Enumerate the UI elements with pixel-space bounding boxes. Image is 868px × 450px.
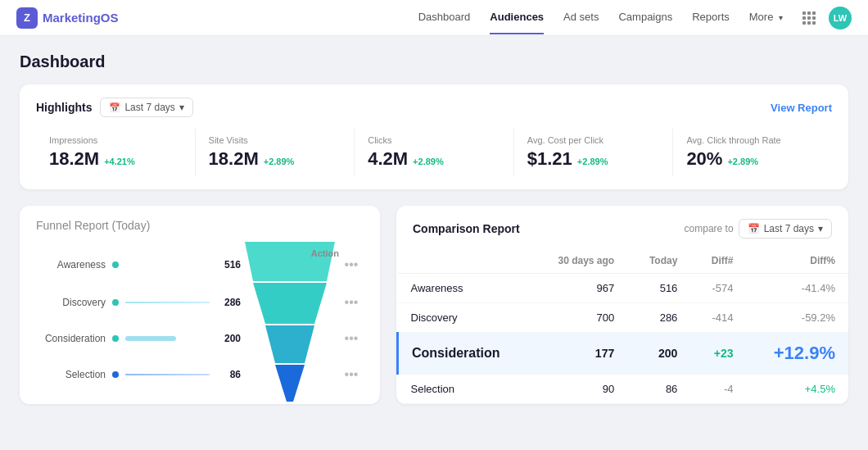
chevron-down-icon: ▾ (179, 102, 184, 113)
funnel-dot-selection (112, 371, 119, 378)
logo-area: Z MarketingOS (16, 7, 119, 29)
funnel-title: Funnel Report (Today) (36, 219, 364, 232)
metric-label: Impressions (49, 135, 182, 145)
action-column-header: Action (36, 248, 364, 258)
row-consideration-diffn: +23 (690, 333, 746, 375)
avatar[interactable]: LW (829, 7, 852, 30)
metric-label: Avg. Cost per Click (527, 135, 660, 145)
page-title: Dashboard (20, 52, 848, 71)
highlights-left: Highlights 📅 Last 7 days ▾ (36, 98, 193, 117)
metric-label: Clicks (368, 135, 500, 145)
row-awareness-label: Awareness (398, 274, 532, 303)
comparison-table: 30 days ago Today Diff# Diff% Awareness … (396, 248, 848, 404)
comparison-date-filter[interactable]: 📅 Last 7 days ▾ (739, 219, 832, 239)
action-dots-selection[interactable]: ••• (339, 357, 364, 393)
metric-clicks: Clicks 4.2M +2.89% (355, 129, 514, 176)
funnel-label-awareness: Awareness (36, 259, 106, 270)
chevron-down-icon: ▾ (818, 223, 823, 234)
table-row: Selection 90 86 -4 +4.5% (398, 375, 849, 404)
row-consideration-label: Consideration (398, 333, 532, 375)
funnel-label-discovery: Discovery (36, 297, 106, 308)
chevron-down-icon: ▾ (779, 13, 783, 22)
metric-avg-cost: Avg. Cost per Click $1.21 +2.89% (514, 129, 674, 176)
row-discovery-diffn: -414 (690, 303, 746, 333)
action-dots-discovery[interactable]: ••• (339, 284, 364, 320)
comparison-card: Comparison Report compare to 📅 Last 7 da… (396, 206, 848, 404)
row-awareness-diffpct: -41.4% (746, 274, 848, 303)
funnel-label-consideration: Consideration (36, 333, 106, 344)
col-diffpct: Diff% (746, 248, 848, 274)
metric-value: 18.2M +4.21% (49, 148, 182, 170)
metric-label: Avg. Click through Rate (686, 135, 819, 145)
calendar-icon: 📅 (109, 102, 120, 113)
nav-link-campaigns[interactable]: Campaigns (618, 1, 672, 34)
page-content: Dashboard Highlights 📅 Last 7 days ▾ Vie… (0, 36, 868, 420)
nav-link-reports[interactable]: Reports (692, 1, 730, 34)
metric-label: Site Visits (209, 135, 341, 145)
row-selection-label: Selection (398, 375, 532, 404)
row-selection-30days: 90 (531, 375, 627, 404)
calendar-icon: 📅 (748, 223, 760, 234)
metric-change: +2.89% (727, 157, 758, 166)
row-discovery-diffpct: -59.2% (746, 303, 848, 333)
action-dots-consideration[interactable]: ••• (339, 320, 364, 357)
funnel-count-discovery: 286 (216, 297, 241, 308)
row-awareness-30days: 967 (531, 274, 627, 303)
nav-link-dashboard[interactable]: Dashboard (418, 1, 471, 34)
metric-change: +2.89% (264, 157, 295, 166)
funnel-dot-discovery (112, 299, 119, 306)
grid-icon[interactable] (802, 11, 816, 25)
row-discovery-label: Discovery (398, 303, 532, 333)
row-selection-today: 86 (627, 375, 690, 404)
navbar: Z MarketingOS Dashboard Audiences Ad set… (0, 0, 868, 36)
metric-change: +2.89% (413, 157, 444, 166)
col-diffn: Diff# (690, 248, 746, 274)
highlights-card: Highlights 📅 Last 7 days ▾ View Report I… (20, 84, 848, 189)
col-today: Today (627, 248, 690, 274)
highlights-date-filter[interactable]: 📅 Last 7 days ▾ (100, 98, 192, 117)
funnel-count-selection: 86 (216, 369, 241, 380)
col-30days: 30 days ago (531, 248, 627, 274)
bottom-row: Funnel Report (Today) Awareness 516 (20, 206, 848, 404)
row-consideration-30days: 177 (531, 333, 627, 375)
logo-icon: Z (16, 7, 38, 29)
metric-change: +4.21% (104, 157, 135, 166)
metric-value: 18.2M +2.89% (209, 148, 341, 170)
row-selection-diffn: -4 (690, 375, 746, 404)
nav-link-adsets[interactable]: Ad sets (563, 1, 599, 34)
table-header-row: 30 days ago Today Diff# Diff% (398, 248, 849, 274)
metric-value: 20% +2.89% (686, 148, 819, 170)
nav-link-audiences[interactable]: Audiences (490, 1, 544, 34)
date-filter-text: Last 7 days (124, 102, 174, 113)
col-label (398, 248, 532, 274)
row-awareness-diffn: -574 (690, 274, 746, 303)
metrics-row: Impressions 18.2M +4.21% Site Visits 18.… (36, 129, 832, 176)
funnel-count-awareness: 516 (216, 259, 241, 270)
metric-impressions: Impressions 18.2M +4.21% (36, 129, 196, 176)
row-consideration-diffpct: +12.9% (746, 333, 848, 375)
metric-ctr: Avg. Click through Rate 20% +2.89% (673, 129, 832, 176)
row-awareness-today: 516 (627, 274, 690, 303)
view-report-link[interactable]: View Report (771, 102, 832, 114)
metric-site-visits: Site Visits 18.2M +2.89% (196, 129, 355, 176)
funnel-card: Funnel Report (Today) Awareness 516 (20, 206, 380, 404)
funnel-label-selection: Selection (36, 369, 106, 380)
row-discovery-30days: 700 (531, 303, 627, 333)
metric-change: +2.89% (577, 157, 608, 166)
compare-right: compare to 📅 Last 7 days ▾ (685, 219, 832, 239)
funnel-svg (241, 242, 339, 402)
highlights-label: Highlights (36, 101, 92, 114)
table-row: Awareness 967 516 -574 -41.4% (398, 274, 849, 303)
metric-value: $1.21 +2.89% (527, 148, 660, 170)
compare-to-label: compare to (685, 223, 734, 234)
highlights-header: Highlights 📅 Last 7 days ▾ View Report (36, 98, 832, 117)
row-selection-diffpct: +4.5% (746, 375, 848, 404)
row-consideration-today: 200 (627, 333, 690, 375)
row-discovery-today: 286 (627, 303, 690, 333)
table-row: Discovery 700 286 -414 -59.2% (398, 303, 849, 333)
nav-right: LW (802, 7, 852, 30)
nav-link-more[interactable]: More ▾ (749, 1, 783, 34)
funnel-dot-consideration (112, 335, 119, 342)
comparison-date-text: Last 7 days (764, 223, 814, 234)
comparison-header: Comparison Report compare to 📅 Last 7 da… (396, 206, 848, 248)
